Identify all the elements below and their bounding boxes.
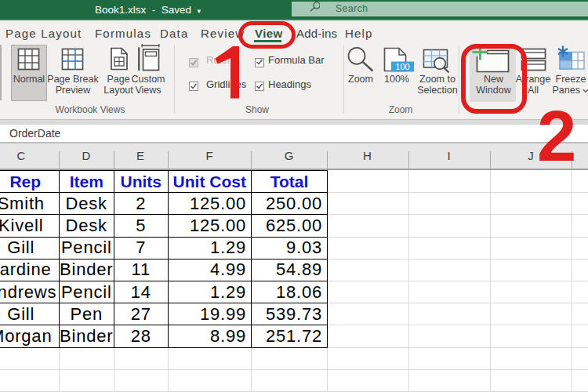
svg-text:100: 100 (395, 62, 409, 71)
